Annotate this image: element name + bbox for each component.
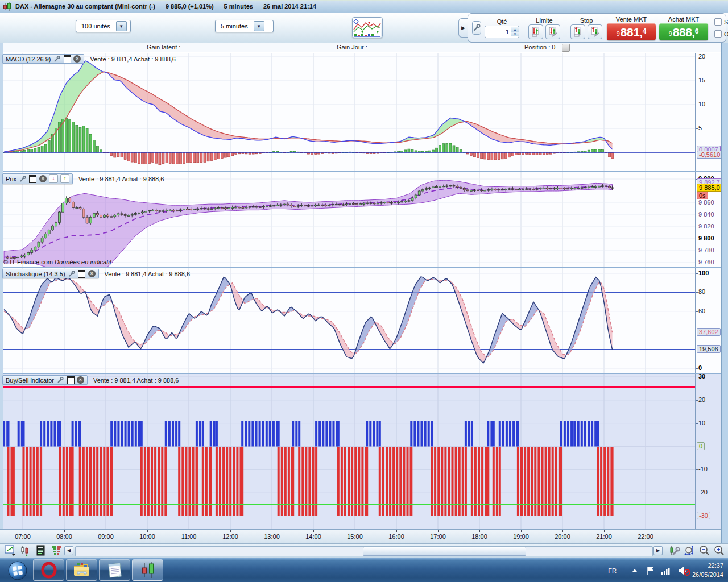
stepper-down-icon[interactable]: ▼	[511, 32, 519, 36]
detach-window-icon[interactable]	[63, 55, 71, 63]
wrench-icon[interactable]	[53, 55, 61, 63]
axis-tick-mark	[696, 239, 698, 239]
time-tick-mark	[272, 530, 272, 532]
tray-action-center[interactable]	[646, 558, 655, 582]
axis-tick-label: 9 760	[698, 259, 714, 265]
time-tick-label: 16:00	[388, 533, 404, 540]
position-icon[interactable]	[562, 44, 570, 52]
quantity-stepper[interactable]: 1 ▲▼	[485, 26, 519, 38]
close-icon[interactable]: ×	[88, 270, 96, 277]
axis-tick-mark	[696, 273, 698, 274]
tray-network[interactable]	[661, 558, 671, 582]
tray-language[interactable]: FR	[608, 558, 617, 582]
chart-scrollbar[interactable]	[75, 546, 653, 556]
time-tick-label: 12:00	[222, 533, 238, 540]
order-book-button[interactable]	[51, 545, 63, 556]
time-tick-mark	[147, 530, 148, 532]
export-chart-button[interactable]	[5, 545, 16, 556]
axis-tick-label: 100	[698, 269, 709, 276]
tray-clock[interactable]: 22:37 26/05/2014	[692, 561, 723, 579]
qty-label: Qté	[497, 18, 507, 26]
taskbar-explorer-button[interactable]	[66, 559, 97, 581]
buysell-chart[interactable]	[0, 374, 695, 529]
price-chart[interactable]	[0, 172, 695, 267]
stepper-up-icon[interactable]: ▲	[511, 27, 519, 32]
taskbar-prorealtime-button[interactable]	[132, 559, 163, 581]
caret-up-icon	[631, 568, 638, 573]
limit-buy-order-button[interactable]	[545, 24, 560, 39]
axis-tick-label: 30	[698, 374, 705, 380]
wrench-icon[interactable]	[19, 175, 27, 182]
macd-axis: 20151050,0007-0,5610	[695, 53, 721, 171]
flag-icon	[646, 566, 655, 575]
stochastic-panel-header[interactable]: Stochastique (14 3 5) ×	[2, 269, 99, 278]
timeframe-dropdown[interactable]: 5 minutes ▼	[215, 20, 274, 32]
detach-window-icon[interactable]	[67, 376, 75, 384]
axis-value-badge: -30	[697, 512, 710, 519]
stop-label: Stop	[580, 17, 593, 24]
start-button[interactable]	[7, 560, 28, 581]
sell-market-button[interactable]: 9 881, 4	[607, 23, 656, 40]
candlestick-icon	[3, 2, 12, 11]
price-panel-header[interactable]: Prix × ↓ ↑	[2, 173, 73, 184]
close-icon[interactable]: ×	[77, 376, 84, 384]
axis-tick-label: 0	[698, 364, 702, 371]
s-checkbox[interactable]	[714, 18, 722, 26]
trade-panel-collapse-tab[interactable]: ▶	[458, 18, 468, 38]
news-button[interactable]	[35, 545, 47, 556]
chart-style-button[interactable]	[19, 545, 31, 556]
close-icon[interactable]: ×	[39, 175, 47, 182]
time-tick-label: 20:00	[555, 533, 570, 540]
order-page-arrows-icon	[531, 27, 541, 37]
axis-value-badge: 0s	[697, 192, 708, 199]
price-axis: 9 9009 8609 8409 8209 8009 7809 7609 892…	[695, 172, 721, 267]
axis-tick-label: 9 780	[698, 247, 714, 253]
scroll-left-button[interactable]: ◀	[64, 546, 73, 555]
taskbar-notepad-button[interactable]	[99, 559, 130, 581]
tray-show-hidden[interactable]	[631, 558, 638, 582]
detach-window-icon[interactable]	[29, 175, 37, 182]
time-tick-mark	[438, 530, 439, 532]
taskbar-opera-button[interactable]	[33, 559, 64, 581]
time-tick-mark	[313, 530, 314, 532]
chevron-down-icon[interactable]: ▼	[254, 21, 264, 31]
o-checkbox[interactable]	[714, 30, 722, 38]
chevron-down-icon[interactable]: ▼	[116, 21, 127, 31]
buysell-panel: Buy/Sell indicator × Vente : 9 881,4 Ach…	[0, 374, 721, 529]
scrollbar-thumb[interactable]	[363, 547, 526, 556]
macd-panel-header[interactable]: MACD (12 26 9) ×	[2, 54, 84, 64]
stop-group: Stop	[569, 15, 603, 41]
tray-volume[interactable]	[678, 558, 690, 582]
axis-tick-mark	[696, 400, 698, 401]
stochastic-chart[interactable]	[0, 268, 695, 373]
trade-settings-button[interactable]	[472, 21, 481, 35]
o-checkbox-label: O	[724, 31, 728, 38]
sell-arrow-icon[interactable]: ↓	[49, 174, 58, 183]
chart-display-button[interactable]	[352, 17, 383, 38]
buysell-panel-header[interactable]: Buy/Sell indicator ×	[2, 375, 88, 385]
zoom-drag-button[interactable]	[684, 545, 695, 556]
scroll-right-button[interactable]: ▶	[653, 546, 663, 555]
close-icon[interactable]: ×	[73, 55, 81, 63]
zoom-in-button[interactable]	[713, 545, 725, 556]
axis-value-badge: 0	[697, 442, 705, 450]
macd-chart[interactable]	[0, 53, 695, 171]
wrench-icon[interactable]	[68, 270, 76, 277]
stop-sell-order-button[interactable]	[570, 24, 585, 39]
detach-window-icon[interactable]	[78, 270, 86, 277]
axis-tick-mark	[696, 311, 698, 312]
units-dropdown-value: 100 unités	[81, 23, 110, 30]
main-toolbar: 100 unités ▼ 5 minutes ▼ ▶	[0, 13, 728, 43]
buy-arrow-icon[interactable]: ↑	[60, 174, 69, 183]
wrench-icon[interactable]	[56, 376, 64, 384]
buy-market-group: Achat MKT 9 888, 6	[659, 15, 708, 41]
axis-tick-label: 10	[698, 419, 705, 426]
stop-buy-order-button[interactable]	[588, 24, 602, 39]
gain-status-row: Gain latent : - Gain Jour : - Position :…	[0, 43, 728, 52]
zoom-out-button[interactable]	[698, 545, 710, 556]
notepad-icon	[106, 562, 123, 579]
buy-market-button[interactable]: 9 888, 6	[659, 23, 708, 40]
units-dropdown[interactable]: 100 unités ▼	[76, 20, 131, 32]
chart-settings-button[interactable]	[668, 545, 680, 556]
limit-sell-order-button[interactable]	[528, 24, 543, 39]
